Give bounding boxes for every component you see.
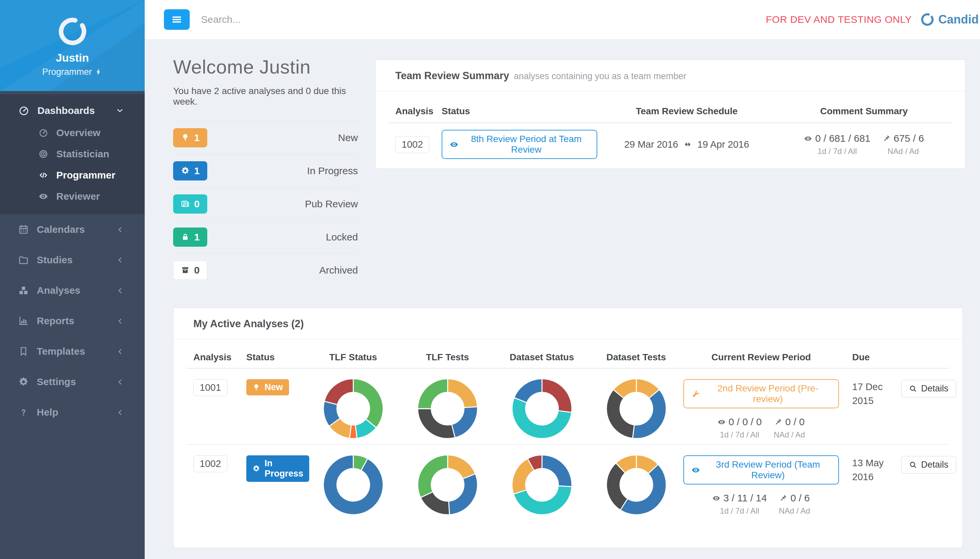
gear-icon — [252, 465, 260, 473]
column-header: Due — [839, 352, 895, 363]
sidebar-item-settings[interactable]: Settings — [0, 367, 145, 397]
chevron-down-icon — [115, 106, 124, 115]
eye-icon — [718, 418, 726, 426]
analysis-status-summary-list: 1 New 1 In Progress 0 Pub Review 1 Locke… — [173, 121, 358, 286]
search-icon — [909, 461, 917, 469]
sidebar-item-label: Reports — [37, 315, 116, 326]
status-count-badge[interactable]: 0 — [173, 194, 207, 213]
due-date: 13 May 2016 — [839, 453, 895, 516]
schedule-start-date: 29 Mar 2016 — [624, 139, 678, 150]
eye-icon — [450, 140, 459, 149]
sidebar-item-label: Reviewer — [56, 191, 100, 202]
status-count: 0 — [194, 198, 200, 210]
sidebar-item-reviewer[interactable]: Reviewer — [0, 186, 145, 207]
sidebar-item-label: Statistician — [56, 148, 109, 160]
gavel-icon — [779, 494, 787, 503]
code-icon — [38, 170, 48, 180]
folder-icon — [18, 255, 29, 265]
bolt-icon — [95, 68, 102, 76]
sidebar-nav: Dashboards Overview Statistician Program… — [0, 91, 145, 428]
analysis-id-chip: 1002 — [395, 136, 429, 153]
dataset-status-donut-chart — [495, 377, 589, 440]
dev-warning-text: FOR DEV AND TESTING ONLY — [766, 14, 912, 25]
status-count: 1 — [194, 165, 200, 177]
sidebar-item-overview[interactable]: Overview — [0, 122, 145, 143]
dataset-tests-donut-chart — [589, 377, 683, 440]
details-button[interactable]: Details — [901, 380, 956, 397]
sidebar-item-label: Studies — [37, 254, 116, 266]
tlf-status-donut-chart — [306, 453, 400, 516]
due-date: 17 Dec 2015 — [839, 377, 895, 440]
views-caption: 1d / 7d / All — [804, 147, 870, 156]
actions-caption: NAd / Ad — [779, 506, 810, 516]
chevron-left-icon — [116, 408, 124, 417]
status-row-new: 1 New — [173, 121, 358, 154]
bar-chart-icon — [18, 316, 29, 326]
sidebar-item-label: Analyses — [37, 285, 116, 296]
sidebar-item-label: Templates — [37, 346, 116, 357]
nav-group-dashboards: Dashboards Overview Statistician Program… — [0, 94, 145, 214]
status-count-badge[interactable]: 0 — [173, 261, 207, 280]
status-count-badge[interactable]: 1 — [173, 228, 207, 247]
sidebar-item-help[interactable]: Help — [0, 397, 145, 428]
current-review-period-button[interactable]: 3rd Review Period (Team Review) — [683, 455, 839, 485]
status-badge: In Progress — [246, 455, 309, 482]
active-analyses-table: Analysis Status TLF Status TLF Tests Dat… — [187, 339, 949, 520]
search-icon — [909, 384, 917, 393]
analysis-id-chip: 1001 — [193, 379, 228, 396]
review-period-label: 8th Review Period at Team Review — [463, 134, 589, 155]
sidebar-item-label: Settings — [37, 376, 116, 387]
panel-title: My Active Analyses (2) — [193, 318, 304, 330]
eye-icon — [712, 494, 721, 503]
column-header: Current Review Period — [683, 352, 839, 363]
chevron-left-icon — [116, 378, 124, 386]
lock-icon — [181, 233, 190, 241]
search-input[interactable] — [201, 0, 499, 39]
details-button[interactable]: Details — [901, 456, 956, 473]
chevron-left-icon — [116, 256, 124, 264]
chevron-left-icon — [116, 225, 124, 234]
status-count-badge[interactable]: 1 — [173, 128, 207, 147]
team-review-table: Analysis Status Team Review Schedule Com… — [389, 91, 952, 165]
column-header: Team Review Schedule — [597, 106, 776, 117]
sidebar-item-dashboards[interactable]: Dashboards — [0, 99, 145, 122]
sidebar-item-templates[interactable]: Templates — [0, 336, 145, 367]
actions-counts: 0 / 0 — [785, 416, 805, 428]
hamburger-icon — [171, 13, 183, 25]
review-period-label: 3rd Review Period (Team Review) — [705, 459, 831, 481]
sidebar-item-analyses[interactable]: Analyses — [0, 275, 145, 306]
brand-ring-icon — [921, 13, 934, 26]
welcome-subtitle: You have 2 active analyses and 0 due thi… — [173, 86, 358, 107]
column-header: TLF Status — [306, 352, 400, 363]
views-counts: 3 / 11 / 14 — [723, 493, 767, 504]
comment-summary: 0 / 0 / 0 1d / 7d / All 0 / 0 NAd / Ad — [718, 416, 805, 440]
dataset-tests-donut-chart — [589, 453, 683, 516]
bookmark-icon — [18, 346, 29, 357]
sidebar-item-programmer-active[interactable]: Programmer — [0, 165, 145, 186]
review-period-status-button[interactable]: 8th Review Period at Team Review — [442, 130, 597, 159]
analysis-id-chip: 1002 — [193, 455, 228, 472]
menu-toggle-button[interactable] — [164, 9, 190, 30]
status-count: 0 — [194, 265, 200, 276]
welcome-section: Welcome Justin You have 2 active analyse… — [173, 56, 358, 286]
sidebar-item-studies[interactable]: Studies — [0, 245, 145, 275]
table-row: 1002 8th Review Period at Team Review 29… — [389, 123, 952, 165]
sidebar-item-statistician[interactable]: Statistician — [0, 143, 145, 165]
target-icon — [38, 149, 48, 159]
panel-title: Team Review Summary — [395, 70, 509, 82]
status-label: Archived — [319, 265, 358, 276]
status-row-archived: 0 Archived — [173, 253, 358, 286]
column-header: Dataset Status — [495, 352, 589, 363]
status-label: New — [338, 132, 358, 143]
current-review-period-button[interactable]: 2nd Review Period (Pre-review) — [683, 379, 839, 408]
gear-icon — [18, 377, 29, 387]
actions-caption: NAd / Ad — [882, 147, 924, 156]
sidebar-item-label: Calendars — [37, 224, 116, 235]
eye-icon — [804, 134, 812, 143]
details-button-label: Details — [921, 460, 949, 470]
column-header: Status — [246, 352, 306, 363]
sidebar-item-reports[interactable]: Reports — [0, 306, 145, 336]
sidebar-item-calendars[interactable]: Calendars — [0, 214, 145, 245]
status-count-badge[interactable]: 1 — [173, 161, 207, 180]
table-header-row: Analysis Status TLF Status TLF Tests Dat… — [187, 339, 949, 369]
